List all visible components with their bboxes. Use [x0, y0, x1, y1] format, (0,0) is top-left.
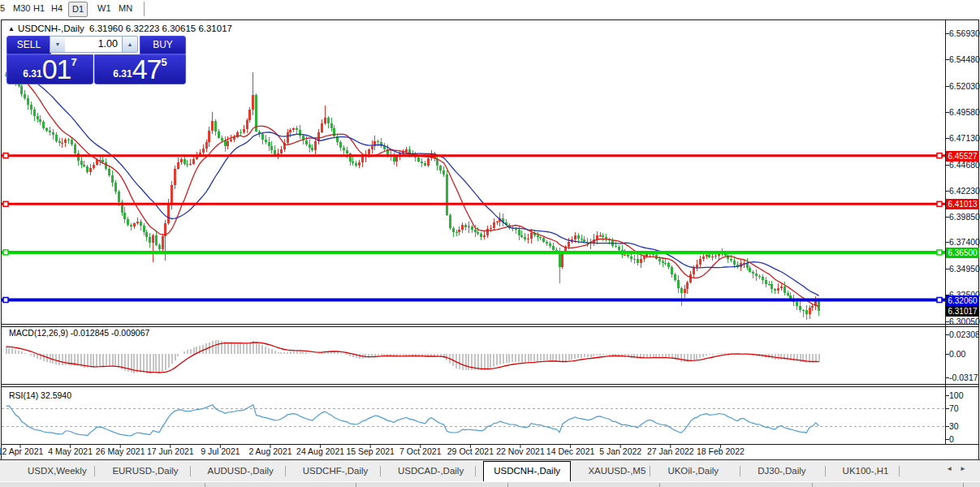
timeframe-toolbar: 5M30H1H4D1W1MN	[0, 0, 980, 19]
volume-increase-button[interactable]: ▲	[122, 36, 138, 53]
chart-tab-usdchf-daily[interactable]: USDCHF-,Daily	[293, 463, 378, 480]
hline-anchor[interactable]	[3, 298, 8, 303]
status-strip	[0, 481, 980, 487]
hline-anchor[interactable]	[937, 153, 942, 158]
hline-anchor[interactable]	[3, 250, 8, 255]
rsi-indicator-label: RSI(14) 32.5940	[9, 390, 71, 400]
macd-axis-label: 0.00	[949, 349, 979, 359]
tab-separator	[285, 466, 286, 476]
tab-separator	[740, 466, 740, 476]
macd-indicator-label: MACD(12,26,9) -0.012845 -0.009067	[9, 328, 149, 338]
hline-price-badge: 6.41013	[946, 199, 979, 209]
chart-tab-eurusd-daily[interactable]: EURUSD-,Daily	[102, 463, 188, 480]
chart-window[interactable]	[1, 19, 979, 460]
tab-separator	[190, 466, 191, 476]
price-axis-label: 6.52030	[949, 81, 978, 91]
hline-anchor[interactable]	[937, 250, 942, 255]
timeframe-button-5[interactable]: 5	[0, 2, 8, 15]
sell-price-big-digits: 01	[42, 54, 71, 84]
symbol-period-label: USDCNH-,Daily	[18, 24, 84, 33]
price-axis-label: 6.39850	[949, 212, 978, 222]
status-strip-divider	[356, 483, 356, 487]
hline-anchor[interactable]	[937, 201, 942, 206]
current-price-badge: 6.31017	[946, 306, 979, 317]
buy-price-pip-digit: 5	[161, 56, 166, 68]
buy-price-prefix: 6.31	[113, 68, 132, 80]
macd-axis-label: 0.023089	[949, 330, 979, 339]
sell-price-display[interactable]: 6.31017	[6, 54, 93, 84]
status-strip-divider	[205, 483, 205, 487]
one-click-trading-panel: SELL ▼ 1.00 ▲ BUY 6.31017 6.31475	[6, 36, 184, 83]
timeframe-button-d1[interactable]: D1	[68, 2, 88, 17]
trading-terminal: 5M30H1H4D1W1MN ▲USDCNH-,Daily 6.31960 6.…	[0, 0, 980, 487]
rsi-axis-label: 70	[949, 403, 978, 413]
chart-tab-usdcad-daily[interactable]: USDCAD-,Daily	[388, 463, 473, 480]
tab-separator	[825, 466, 826, 476]
buy-price-big-digits: 47	[132, 54, 162, 84]
timeframe-button-h4[interactable]: H4	[48, 2, 66, 15]
timeframe-button-h1[interactable]: H1	[30, 2, 48, 15]
sell-price-prefix: 6.31	[23, 68, 41, 80]
volume-input[interactable]: 1.00	[65, 36, 122, 53]
date-axis-label: 18 Feb 2022	[691, 446, 749, 456]
price-axis-label: 6.47130	[949, 133, 978, 143]
sell-button[interactable]: SELL	[6, 36, 51, 54]
hline-price-badge: 6.32060	[946, 295, 979, 306]
chart-tab-xauusd-m5[interactable]: XAUUSD-,M5	[578, 463, 655, 480]
collapse-triangle-icon[interactable]: ▲	[8, 25, 15, 32]
candlesticks-group	[5, 71, 820, 320]
ma-fast-line	[6, 72, 819, 307]
hline-price-badge: 6.36500	[946, 248, 979, 258]
chart-tab-bar: USDX,WeeklyEURUSD-,DailyAUDUSD-,DailyUSD…	[0, 459, 980, 481]
price-axis-label: 6.34950	[949, 264, 978, 274]
price-axis-label: 6.37400	[949, 237, 978, 247]
sell-price-pip-digit: 7	[71, 56, 76, 68]
chart-tab-dj30-daily[interactable]: DJ30-,Daily	[748, 463, 815, 480]
price-chart-canvas[interactable]	[2, 20, 978, 459]
tab-separator	[475, 466, 476, 476]
volume-decrease-button[interactable]: ▼	[50, 36, 66, 53]
price-axis-label: 6.49580	[949, 107, 978, 117]
price-axis-label: 6.42230	[949, 186, 978, 196]
status-strip-divider	[963, 483, 964, 487]
tab-separator	[94, 466, 95, 476]
tab-separator	[650, 466, 650, 476]
chart-tab-audusd-daily[interactable]: AUDUSD-,Daily	[198, 463, 283, 480]
timeframe-button-mn[interactable]: MN	[115, 2, 136, 15]
price-axis-label: 6.54480	[949, 54, 978, 64]
hline-anchor[interactable]	[3, 201, 8, 206]
rsi-axis-label: 100	[949, 390, 978, 400]
chart-tab-ukoil-daily[interactable]: UKOil-,Daily	[658, 463, 728, 480]
status-strip-divider	[812, 483, 813, 487]
tab-separator	[899, 466, 900, 476]
tab-separator	[380, 466, 381, 476]
hline-price-badge: 6.45527	[946, 151, 979, 162]
rsi-axis-label: 30	[949, 421, 978, 431]
tab-scroll-arrows[interactable]: ◄►	[946, 465, 974, 472]
macd-axis-label: -0.031732	[949, 373, 979, 382]
rsi-line	[6, 405, 819, 436]
hline-anchor[interactable]	[3, 153, 8, 158]
buy-button[interactable]: BUY	[140, 36, 186, 54]
price-axis-label: 6.30050	[949, 317, 978, 326]
chart-title: ▲USDCNH-,Daily 6.31960 6.32223 6.30615 6…	[8, 24, 232, 33]
chart-tab-uk100-h1[interactable]: UK100-,H1	[833, 463, 899, 480]
ohlc-readout: 6.31960 6.32223 6.30615 6.31017	[89, 24, 232, 33]
timeframe-button-w1[interactable]: W1	[94, 2, 114, 15]
buy-price-display[interactable]: 6.31475	[94, 54, 186, 84]
status-strip-divider	[659, 483, 660, 487]
rsi-axis-label: 0	[949, 434, 978, 444]
chart-tab-usdx-weekly[interactable]: USDX,Weekly	[18, 463, 97, 480]
status-strip-divider	[507, 483, 508, 487]
hline-anchor[interactable]	[937, 298, 942, 303]
toolbar-separator	[144, 2, 145, 16]
price-axis-label: 6.56930	[949, 28, 978, 38]
chart-tab-usdcnh-daily[interactable]: USDCNH-,Daily	[483, 461, 571, 481]
